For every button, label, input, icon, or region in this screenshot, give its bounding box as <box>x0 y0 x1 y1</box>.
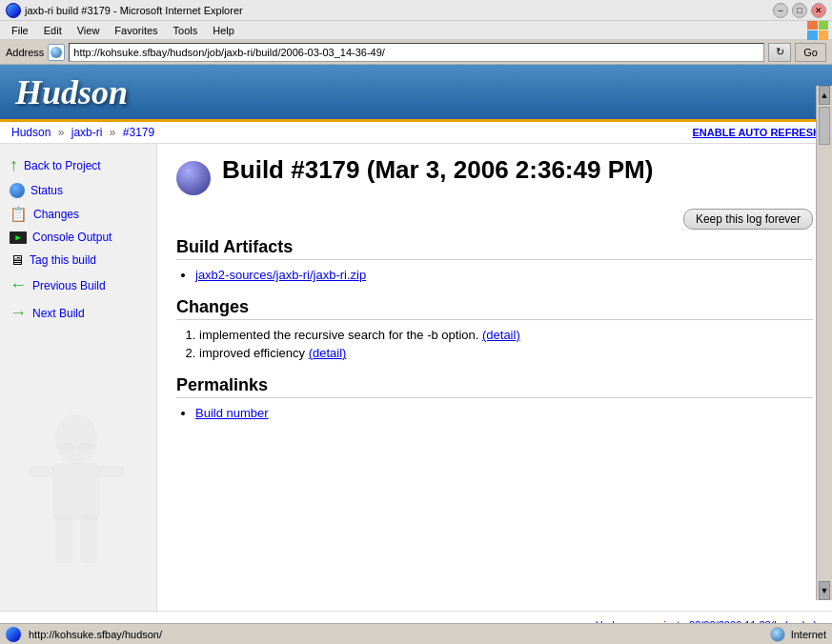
ie-icon <box>6 3 21 18</box>
enable-auto-refresh-link[interactable]: ENABLE AUTO REFRESH <box>693 127 821 138</box>
refresh-button[interactable]: ↻ <box>768 43 791 62</box>
breadcrumb-hudson[interactable]: Hudson <box>11 126 51 139</box>
breadcrumb-jaxb-ri[interactable]: jaxb-ri <box>71 126 103 139</box>
build-title: Build #3179 (Mar 3, 2006 2:36:49 PM) <box>222 155 653 185</box>
svg-point-6 <box>57 443 76 451</box>
sidebar-item-tag-this-build[interactable]: 🖥 Tag this build <box>0 248 156 272</box>
artifacts-list: jaxb2-sources/jaxb-ri/jaxb-ri.zip <box>195 268 813 282</box>
hudson-header: Hudson <box>0 65 832 122</box>
svg-point-0 <box>55 414 97 464</box>
title-bar: jaxb-ri build #3179 - Microsoft Internet… <box>0 0 832 21</box>
breadcrumb-bar: Hudson » jaxb-ri » #3179 ENABLE AUTO REF… <box>0 122 832 144</box>
sidebar-item-changes[interactable]: 📋 Changes <box>0 202 156 227</box>
svg-rect-1 <box>52 463 100 520</box>
permalinks-heading: Permalinks <box>176 375 813 398</box>
menu-tools[interactable]: Tools <box>166 25 206 36</box>
permalink-build-number[interactable]: Build number <box>195 406 269 420</box>
sidebar-item-back-to-project[interactable]: ↑ Back to Project <box>0 151 156 179</box>
build-artifacts-section: Build Artifacts jaxb2-sources/jaxb-ri/ja… <box>176 237 813 282</box>
change-detail-link-2[interactable]: (detail) <box>309 346 347 360</box>
menu-favorites[interactable]: Favorites <box>107 25 165 36</box>
console-icon: ▶ <box>10 231 27 244</box>
status-zone: Internet <box>791 629 826 640</box>
menu-bar: File Edit View Favorites Tools Help <box>0 21 832 40</box>
breadcrumb: Hudson » jaxb-ri » #3179 <box>11 126 154 139</box>
keep-log-button[interactable]: Keep this log forever <box>683 209 813 230</box>
window-title: jaxb-ri build #3179 - Microsoft Internet… <box>25 5 243 16</box>
arrow-up-icon: ↑ <box>10 155 18 175</box>
list-item: improved efficiency (detail) <box>199 346 813 360</box>
menu-edit[interactable]: Edit <box>36 25 70 36</box>
build-title-row: Build #3179 (Mar 3, 2006 2:36:49 PM) <box>176 155 813 195</box>
menu-help[interactable]: Help <box>205 25 242 36</box>
svg-point-7 <box>76 443 95 451</box>
menu-file[interactable]: File <box>4 25 36 36</box>
address-label: Address <box>6 47 44 58</box>
list-item: jaxb2-sources/jaxb-ri/jaxb-ri.zip <box>195 268 813 282</box>
content-area: Build #3179 (Mar 3, 2006 2:36:49 PM) Kee… <box>157 144 832 611</box>
list-item: Build number <box>195 406 813 420</box>
build-status-ball <box>176 161 211 195</box>
status-bar: http://kohsuke.sfbay/hudson/ Internet <box>0 623 832 644</box>
status-icon <box>10 183 25 198</box>
address-bar: Address ↻ Go <box>0 40 832 65</box>
sidebar-item-console-output[interactable]: ▶ Console Output <box>0 227 156 248</box>
menu-view[interactable]: View <box>70 25 108 36</box>
tag-icon: 🖥 <box>10 252 24 268</box>
internet-icon <box>770 627 785 642</box>
svg-rect-3 <box>80 515 97 563</box>
breadcrumb-build-number[interactable]: #3179 <box>123 126 154 139</box>
sidebar-item-next-build[interactable]: → Next Build <box>0 299 156 327</box>
status-right: Internet <box>770 627 826 642</box>
sidebar-item-previous-build[interactable]: ← Previous Build <box>0 272 156 299</box>
address-input[interactable] <box>69 43 764 62</box>
sidebar: ↑ Back to Project Status 📋 Changes ▶ Con… <box>0 144 157 611</box>
hudson-title: Hudson <box>15 72 128 112</box>
change-detail-link-1[interactable]: (detail) <box>482 328 520 342</box>
permalinks-section: Permalinks Build number <box>176 375 813 420</box>
keep-log-container: Keep this log forever <box>176 209 813 230</box>
artifact-link[interactable]: jaxb2-sources/jaxb-ri/jaxb-ri.zip <box>195 268 366 282</box>
status-ie-icon <box>6 627 21 642</box>
address-icon <box>48 44 65 61</box>
changes-list: implemented the recursive search for the… <box>199 328 813 360</box>
changes-heading: Changes <box>176 297 813 320</box>
scrollbar[interactable]: ▲ ▼ <box>816 86 832 600</box>
close-button[interactable]: ✕ <box>811 3 826 18</box>
windows-logo-icon <box>807 21 828 40</box>
main-layout: ↑ Back to Project Status 📋 Changes ▶ Con… <box>0 144 832 611</box>
svg-rect-5 <box>97 466 124 477</box>
next-icon: → <box>10 303 27 323</box>
prev-icon: ← <box>10 275 27 295</box>
go-button[interactable]: Go <box>795 43 826 62</box>
hudson-figure <box>10 401 143 592</box>
restore-button[interactable]: □ <box>792 3 807 18</box>
list-item: implemented the recursive search for the… <box>199 328 813 342</box>
artifacts-heading: Build Artifacts <box>176 237 813 260</box>
svg-rect-2 <box>55 515 72 563</box>
changes-section: Changes implemented the recursive search… <box>176 297 813 360</box>
changes-icon: 📋 <box>10 206 28 223</box>
status-url: http://kohsuke.sfbay/hudson/ <box>29 629 762 640</box>
svg-rect-4 <box>29 466 55 477</box>
sidebar-item-status[interactable]: Status <box>0 179 156 202</box>
permalinks-list: Build number <box>195 406 813 420</box>
minimize-button[interactable]: – <box>773 3 788 18</box>
